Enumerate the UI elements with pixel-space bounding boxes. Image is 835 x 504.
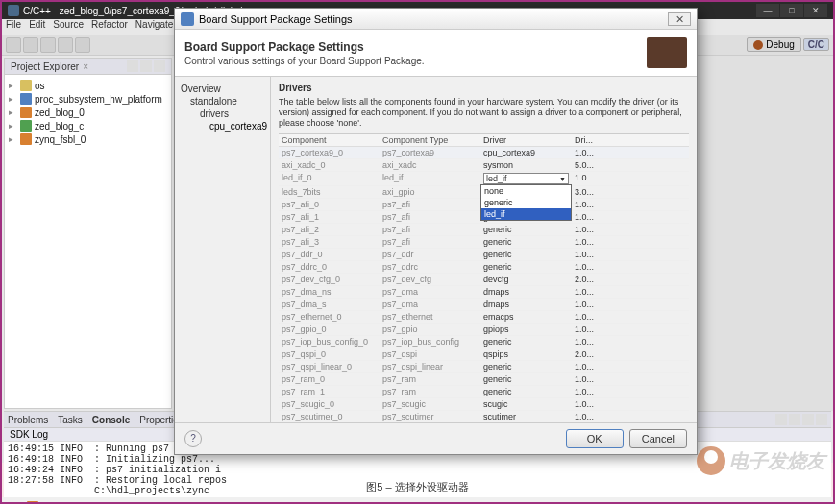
bsp-settings-dialog: Board Support Package Settings ✕ Board S… (174, 8, 698, 455)
dialog-footer: ? OK Cancel (175, 422, 697, 454)
tree-item[interactable]: ▸zed_blog_0 (7, 106, 169, 119)
section-desc: The table below lists all the components… (279, 97, 689, 128)
close-icon[interactable]: × (83, 61, 88, 72)
dropdown-option[interactable]: generic (481, 197, 571, 208)
project-tree: ▸os▸proc_subsystem_hw_platform▸zed_blog_… (5, 75, 171, 150)
toolbar-button[interactable] (58, 37, 73, 53)
table-row[interactable]: axi_xadc_0axi_xadcsysmon5.0... (279, 159, 689, 172)
table-row[interactable]: ps7_dma_sps7_dmadmaps1.0... (279, 299, 689, 311)
dialog-titlebar: Board Support Package Settings ✕ (175, 9, 697, 30)
dialog-sub: Control various settings of your Board S… (184, 56, 425, 66)
dialog-header: Board Support Package Settings Control v… (175, 30, 697, 77)
driver-select[interactable]: led_if▼ (483, 173, 569, 184)
table-row[interactable]: ps7_ddrc_0ps7_ddrcgeneric1.0... (279, 261, 689, 274)
link-icon[interactable] (140, 60, 152, 72)
tab-console[interactable]: Console (92, 414, 130, 425)
table-row[interactable]: ps7_gpio_0ps7_gpiogpiops1.0... (279, 324, 689, 336)
nav-overview[interactable]: Overview (179, 83, 266, 95)
dialog-heading: Board Support Package Settings (184, 40, 425, 54)
console-btn[interactable] (775, 414, 787, 425)
menu-edit[interactable]: Edit (29, 19, 45, 35)
nav-drivers[interactable]: drivers (179, 108, 266, 120)
dialog-banner-icon (647, 37, 687, 68)
table-row[interactable]: ps7_afi_3ps7_afigeneric1.0... (279, 236, 689, 249)
section-title: Drivers (279, 83, 689, 93)
watermark-icon (697, 446, 725, 475)
menu-navigate[interactable]: Navigate (135, 19, 173, 35)
nav-standalone[interactable]: standalone (179, 95, 266, 108)
menu-source[interactable]: Source (53, 19, 84, 35)
cc-perspective[interactable]: C/C (803, 38, 829, 51)
dialog-title: Board Support Package Settings (199, 13, 353, 25)
collapse-icon[interactable] (127, 60, 138, 72)
table-row[interactable]: led_if_0led_ifled_if▼nonegenericled_if1.… (279, 172, 689, 186)
statusbar: zed_blog_0 (2, 497, 833, 504)
driver-dropdown: nonegenericled_if (480, 184, 572, 221)
table-row[interactable]: ps7_afi_2ps7_afigeneric1.0... (279, 224, 689, 236)
table-row[interactable]: ps7_scutimer_0ps7_scutimerscutimer1.0... (279, 411, 689, 422)
table-row[interactable]: ps7_dma_nsps7_dmadmaps1.0... (279, 286, 689, 299)
table-row[interactable]: ps7_qspi_linear_0ps7_qspi_lineargeneric1… (279, 361, 689, 373)
project-explorer-tab[interactable]: Project Explorer× (5, 59, 171, 75)
console-btn[interactable] (816, 414, 827, 425)
driver-table: Component Component Type Driver Dri... p… (279, 133, 689, 422)
table-row[interactable]: ps7_cortexa9_0ps7_cortexa9cpu_cortexa91.… (279, 147, 689, 159)
table-row[interactable]: ps7_dev_cfg_0ps7_dev_cfgdevcfg2.0... (279, 274, 689, 286)
minimize-button[interactable]: ― (756, 4, 779, 17)
ok-button[interactable]: OK (566, 429, 624, 448)
table-row[interactable]: ps7_ram_1ps7_ramgeneric1.0... (279, 386, 689, 398)
table-row[interactable]: ps7_ddr_0ps7_ddrgeneric1.0... (279, 249, 689, 261)
dropdown-option[interactable]: none (481, 185, 571, 197)
toolbar-button[interactable] (23, 37, 38, 53)
tree-item[interactable]: ▸os (7, 79, 169, 92)
table-row[interactable]: ps7_scugic_0ps7_scugicscugic1.0... (279, 398, 689, 411)
watermark: 电子发烧友 (697, 446, 825, 475)
nav-cpu[interactable]: cpu_cortexa9 (179, 120, 266, 132)
close-button[interactable]: ✕ (804, 4, 827, 17)
figure-caption: 图5 – 选择外设驱动器 (355, 478, 479, 496)
table-row[interactable]: ps7_ethernet_0ps7_ethernetemacps1.0... (279, 311, 689, 324)
app-icon (8, 5, 19, 16)
debug-perspective[interactable]: Debug (747, 37, 800, 52)
toolbar-button[interactable] (75, 37, 90, 53)
menu-refactor[interactable]: Refactor (91, 19, 128, 35)
tree-item[interactable]: ▸proc_subsystem_hw_platform (7, 92, 169, 106)
tree-item[interactable]: ▸zynq_fsbl_0 (7, 132, 169, 146)
toolbar-button[interactable] (40, 37, 56, 53)
cancel-button[interactable]: Cancel (629, 429, 687, 448)
tab-problems[interactable]: Problems (8, 414, 48, 425)
tab-tasks[interactable]: Tasks (58, 414, 83, 425)
table-row[interactable]: ps7_iop_bus_config_0ps7_iop_bus_configge… (279, 336, 689, 348)
menu-icon[interactable] (154, 60, 165, 72)
dropdown-option[interactable]: led_if (481, 208, 571, 220)
dialog-close-button[interactable]: ✕ (668, 12, 691, 26)
dialog-icon (181, 12, 194, 26)
table-header: Component Component Type Driver Dri... (279, 134, 689, 147)
help-button[interactable]: ? (184, 430, 202, 447)
table-row[interactable]: ps7_qspi_0ps7_qspiqspips2.0... (279, 348, 689, 361)
dialog-main: Drivers The table below lists all the co… (271, 77, 697, 422)
tree-item[interactable]: ▸zed_blog_c (7, 119, 169, 132)
console-btn[interactable] (802, 414, 814, 425)
console-btn[interactable] (789, 414, 800, 425)
table-row[interactable]: ps7_ram_0ps7_ramgeneric1.0... (279, 373, 689, 386)
dialog-nav: Overview standalone drivers cpu_cortexa9 (175, 77, 271, 422)
project-explorer-pane: Project Explorer× ▸os▸proc_subsystem_hw_… (4, 58, 172, 409)
menu-file[interactable]: File (6, 19, 21, 35)
toolbar-button[interactable] (6, 37, 21, 53)
maximize-button[interactable]: □ (780, 4, 803, 17)
bug-icon (753, 40, 763, 50)
